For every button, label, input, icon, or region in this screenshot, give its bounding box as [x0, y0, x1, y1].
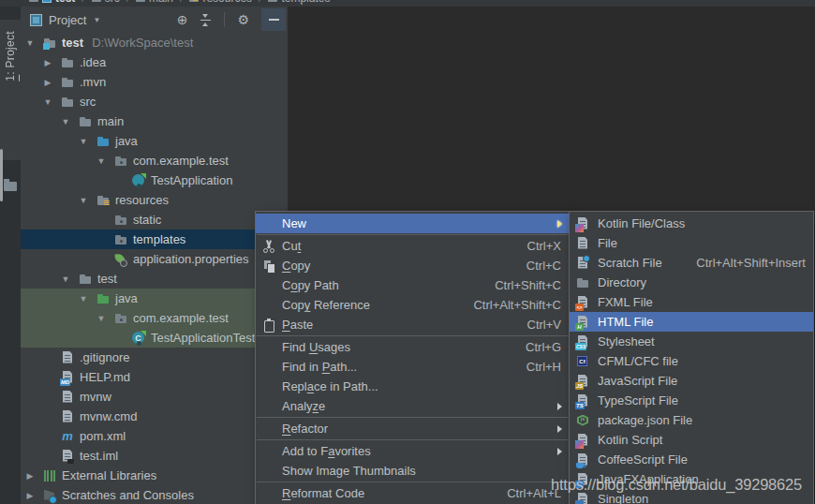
- expanded-arrow-icon[interactable]: ▼: [78, 294, 89, 304]
- expanded-arrow-icon[interactable]: ▼: [24, 38, 36, 48]
- breadcrumb-item-src[interactable]: src: [92, 0, 120, 6]
- menu-item-copy-reference[interactable]: Copy ReferenceCtrl+Alt+Shift+C: [256, 295, 569, 315]
- tree-item-test[interactable]: ▼test: [21, 269, 288, 289]
- menu-item-kotlin-script[interactable]: Kotlin Script: [570, 430, 813, 450]
- chevron-down-icon[interactable]: ▼: [93, 16, 100, 24]
- collapsed-arrow-icon[interactable]: ▶: [42, 78, 53, 87]
- tree-item-com-example-test[interactable]: ▼com.example.test: [21, 308, 288, 328]
- tree-item-testapplicationtests[interactable]: TestApplicationTests: [21, 328, 288, 348]
- tree-item-main[interactable]: ▼main: [21, 111, 288, 131]
- expanded-arrow-icon[interactable]: ▼: [96, 314, 107, 323]
- menu-item-paste[interactable]: PasteCtrl+V: [256, 315, 569, 334]
- menu-item-stylesheet[interactable]: Stylesheet: [570, 332, 813, 351]
- hide-icon[interactable]: [261, 8, 286, 31]
- menu-item-javascript-file[interactable]: JavaScript File: [570, 371, 813, 391]
- menu-item-kotlin-file-class[interactable]: Kotlin File/Class: [570, 214, 813, 233]
- folder-icon: [268, 0, 277, 2]
- libraries-icon: [42, 468, 57, 483]
- tree-item-java[interactable]: ▼java: [21, 131, 288, 151]
- tree-item-application-properties[interactable]: application.properties: [21, 249, 288, 269]
- menu-item-reformat-code[interactable]: Reformat CodeCtrl+Alt+L: [256, 483, 569, 503]
- tree-item-resources[interactable]: ▼resources: [21, 190, 288, 210]
- tree-item-static[interactable]: static: [21, 210, 288, 230]
- menu-item-replace-in-path[interactable]: Replace in Path...: [256, 377, 569, 396]
- menu-item-find-usages[interactable]: Find UsagesCtrl+G: [256, 337, 569, 357]
- package-json-icon: [575, 413, 590, 428]
- menu-item-package-json-file[interactable]: package.json File: [570, 410, 813, 430]
- tree-item-label: test: [97, 272, 117, 286]
- breadcrumb-item-templates[interactable]: templates: [268, 0, 330, 6]
- tree-item-pom-xml[interactable]: mpom.xml: [21, 426, 288, 446]
- expanded-arrow-icon[interactable]: ▼: [60, 274, 71, 284]
- tree-item-testapplication[interactable]: TestApplication: [21, 170, 288, 190]
- expanded-arrow-icon[interactable]: ▼: [42, 97, 53, 107]
- breadcrumb-item-main[interactable]: main: [136, 0, 173, 6]
- menu-separator: [257, 335, 568, 336]
- menu-item-typescript-file[interactable]: TypeScript File: [570, 391, 813, 410]
- menu-item-label: CoffeeScript File: [598, 452, 688, 467]
- project-tool-window-button[interactable]: 1: Project: [0, 20, 21, 160]
- menu-item-label: Kotlin Script: [598, 433, 662, 447]
- breadcrumb-item-resources[interactable]: resources: [189, 0, 252, 6]
- menu-item-label: Directory: [598, 275, 646, 289]
- html-file-icon: [575, 315, 590, 330]
- menu-item-copy-path[interactable]: Copy PathCtrl+Shift+C: [256, 275, 569, 295]
- panel-title: Project: [49, 13, 86, 27]
- tree-item-external-libraries[interactable]: ▶External Libraries: [21, 466, 288, 485]
- menu-item-analyze[interactable]: Analyze: [256, 396, 569, 416]
- menu-item-find-in-path[interactable]: Find in Path...Ctrl+H: [256, 357, 569, 377]
- menu-item-copy[interactable]: CopyCtrl+C: [256, 256, 569, 275]
- menu-item-cfml-cfc-file[interactable]: CFML/CFC file: [570, 351, 813, 371]
- expanded-arrow-icon[interactable]: ▼: [78, 137, 89, 146]
- menu-item-label: Show Image Thumbnails: [282, 464, 416, 478]
- tree-item-src[interactable]: ▼src: [21, 92, 288, 111]
- locate-icon[interactable]: ⊕: [177, 13, 188, 26]
- menu-item-coffeescript-file[interactable]: CoffeeScript File: [570, 450, 813, 469]
- menu-item-cut[interactable]: CutCtrl+X: [256, 236, 569, 256]
- tree-item-scratches-and-consoles[interactable]: ▶Scratches and Consoles: [21, 485, 288, 504]
- navigation-bar: test/src/main/resources/templates: [0, 0, 815, 7]
- menu-item-label: FXML File: [598, 295, 653, 309]
- expanded-arrow-icon[interactable]: ▼: [60, 117, 71, 126]
- tree-item-help-md[interactable]: HELP.md: [21, 367, 288, 387]
- menu-item-new[interactable]: New: [256, 214, 569, 233]
- collapsed-arrow-icon[interactable]: ▶: [24, 471, 36, 481]
- tree-item-mvn[interactable]: ▶.mvn: [21, 72, 288, 92]
- tree-item-templates[interactable]: templates: [21, 230, 288, 249]
- tree-item-label: .idea: [80, 55, 106, 69]
- menu-item-directory[interactable]: Directory: [570, 273, 813, 292]
- menu-item-file[interactable]: File: [570, 233, 813, 253]
- file-iml-icon: [60, 449, 75, 464]
- tree-item-gitignore[interactable]: .gitignore: [21, 348, 288, 367]
- tree-item-com-example-test[interactable]: ▼com.example.test: [21, 151, 288, 170]
- breadcrumb-item-test[interactable]: test: [29, 0, 75, 6]
- folder-project-icon: [42, 36, 57, 51]
- tree-item-mvnw-cmd[interactable]: mvnw.cmd: [21, 407, 288, 426]
- menu-item-fxml-file[interactable]: FXML File: [570, 292, 813, 312]
- menu-item-add-to-favorites[interactable]: Add to Favorites: [256, 441, 569, 461]
- tree-item-java[interactable]: ▼java: [21, 289, 288, 308]
- tree-item-test-iml[interactable]: test.iml: [21, 446, 288, 466]
- tree-item-mvnw[interactable]: mvnw: [21, 387, 288, 407]
- menu-item-label: Copy: [282, 259, 310, 273]
- collapsed-arrow-icon[interactable]: ▶: [24, 491, 36, 500]
- menu-item-show-image-thumbnails[interactable]: Show Image Thumbnails: [256, 461, 569, 481]
- scroll-indicator[interactable]: [0, 149, 3, 201]
- tree-item-idea[interactable]: ▶.idea: [21, 52, 288, 72]
- menu-item-html-file[interactable]: HTML File: [570, 312, 813, 332]
- tree-item-label: test.iml: [80, 449, 118, 463]
- menu-item-scratch-file[interactable]: Scratch FileCtrl+Alt+Shift+Insert: [570, 253, 813, 273]
- stylesheet-icon: [575, 334, 590, 349]
- menu-item-label: TypeScript File: [598, 393, 678, 408]
- menu-item-shortcut: Ctrl+G: [526, 340, 561, 354]
- collapse-all-icon[interactable]: [200, 14, 212, 26]
- scratch-file-icon-slot: [573, 256, 592, 271]
- spring-boot-class-icon: [131, 173, 146, 188]
- menu-item-refactor[interactable]: Refactor: [256, 419, 569, 438]
- expanded-arrow-icon[interactable]: ▼: [78, 196, 89, 205]
- collapsed-arrow-icon[interactable]: ▶: [42, 58, 53, 67]
- settings-icon[interactable]: ⚙: [237, 13, 249, 26]
- breadcrumb-label: resources: [202, 0, 252, 6]
- expanded-arrow-icon[interactable]: ▼: [96, 156, 107, 166]
- tree-item-test[interactable]: ▼testD:\WorkSpace\test: [21, 33, 288, 52]
